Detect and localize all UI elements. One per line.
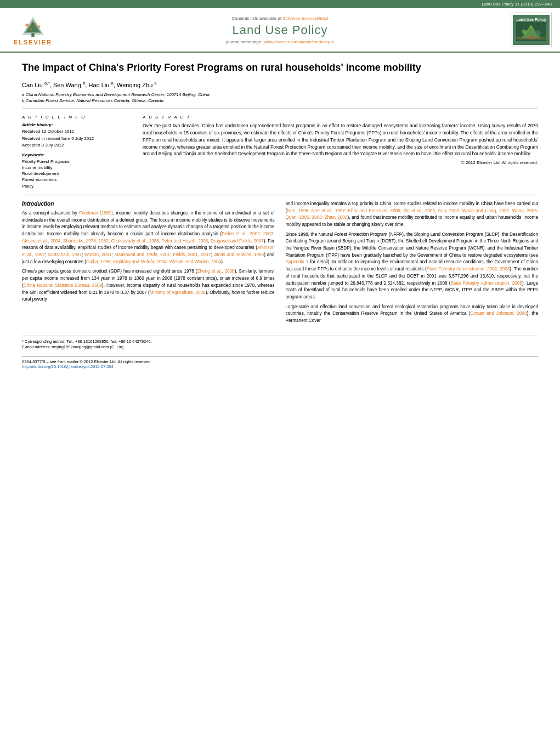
sfa-ref[interactable]: State Forestry Administration, 2002, 200… [427,267,510,271]
right-para2: Since 1998, the Natural Forest Protectio… [286,231,539,301]
svg-rect-14 [516,37,546,39]
article-footer: * Corresponding author. Tel.: +86 131612… [22,336,538,350]
moa-ref[interactable]: Ministry of Agriculture, 2008 [150,290,206,295]
article-info-heading: A R T I C L E I N F O [22,115,132,120]
copyright-line: © 2012 Elsevier Ltd. All rights reserved… [143,160,538,165]
homepage-link[interactable]: www.elsevier.com/locate/landusepol [264,39,334,44]
journal-logo-right: Land Use Policy [511,13,552,47]
sciverse-link[interactable]: SciVerse ScienceDirect [282,16,328,21]
peter-ref[interactable]: Peter and Huynh, 2006 [162,239,208,244]
nee-ref[interactable]: Nee, 1996; Nee et al., 1997; Khor and Pe… [286,208,539,220]
sciverse-line: Contents lists available at SciVerse Sci… [58,16,502,21]
logo-image [516,22,546,41]
right-para1: and income inequality remains a top prio… [286,201,539,229]
intro-heading: Introduction [22,201,275,207]
svg-point-5 [38,25,41,28]
keywords-label: Keywords: [22,152,132,157]
affiliation-b: b Canadian Forest Service, Natural Resou… [22,98,538,103]
appendix1-ref[interactable]: Appendix 1 [286,259,309,264]
wodon-ref[interactable]: Wodon, 2001 [84,252,111,257]
keyword-2: Income mobility [22,165,132,171]
svg-point-12 [522,30,527,34]
journal-title: Land Use Policy [58,23,502,37]
footnote-star: * Corresponding author. Tel.: +86 131612… [22,339,538,345]
gottschalk-ref[interactable]: Gottschalk, 1997 [48,252,82,257]
footer-bar: 0264-8377/$ – see front matter © 2012 El… [22,356,538,369]
intro-para2: China's per capita gross domestic produc… [22,268,275,303]
right-para3: Large-scale and effective land conversio… [286,304,539,325]
keyword-5: Policy [22,183,132,189]
page-wrapper: Land Use Policy 31 (2013) 237–248 ELSEVI… [0,0,560,377]
keyword-1: Priority Forest Programs [22,159,132,165]
jarvis-ref[interactable]: Jarvis and Jenkins, 1998 [213,252,264,257]
authors-line: Can Liu a,*, Sen Wang b, Hao Liu a, Wenq… [22,81,538,88]
elsevier-logo: ELSEVIER [8,14,58,46]
shorrocks-ref[interactable]: Shorrocks, 1978, 1982 [63,239,109,244]
friedman-ref[interactable]: Friedman (1962) [79,211,113,216]
yitzhaki-ref[interactable]: Yitzhaki and Wodon, 2004 [169,259,221,264]
history-label: Article history: [22,122,132,127]
article-title: The impact of China's Priority Forest Pr… [22,61,538,75]
divider-1 [22,109,538,109]
homepage-line: journal homepage: www.elsevier.com/locat… [58,39,502,44]
main-content: The impact of China's Priority Forest Pr… [0,53,560,377]
gaiha-ref[interactable]: Gaiha, 1988 [86,259,111,264]
elsevier-text: ELSEVIER [14,39,52,46]
sfa2008-ref[interactable]: State Forestry Administration, 2008 [450,281,522,286]
footnote-email: E-mail address: beijing1992nanjing@gmail… [22,344,538,350]
maasoumi-ref[interactable]: Maasoumi and Trede, 2001 [115,252,171,257]
chakravarty-ref[interactable]: Chakravarty et al., 1985 [111,239,159,244]
footer-issn: 0264-8377/$ – see front matter © 2012 El… [22,359,152,369]
fields-ref[interactable]: Fields et al., 2002, 2003 [222,231,273,236]
svg-point-13 [535,30,541,36]
journal-citation: Land Use Policy 31 (2013) 237–248 [482,2,552,7]
alesina-ref[interactable]: Alesina et al., 2004 [22,239,60,244]
abstract-col: A B S T R A C T Over the past two decade… [143,115,538,189]
svg-point-4 [26,24,29,26]
body-columns: Introduction As a concept advanced by Fr… [22,201,538,327]
keyword-4: Forest economics [22,177,132,183]
svg-point-6 [30,28,32,30]
journal-logo-box: Land Use Policy [513,15,550,45]
info-abstract-row: A R T I C L E I N F O Article history: R… [22,115,538,189]
fields2-ref[interactable]: Fields, 2001, 2007 [173,252,211,257]
received-date: Received 12 October 2011 [22,128,132,134]
journal-center: Contents lists available at SciVerse Sci… [58,16,502,44]
journal-citation-bar: Land Use Policy 31 (2013) 237–248 [0,0,560,8]
svg-point-7 [35,23,37,25]
body-right-col: and income inequality remains a top prio… [286,201,539,327]
cnbs-ref[interactable]: China National Statistics Bureau, 2009 [24,283,102,288]
intro-para1: As a concept advanced by Friedman (1962)… [22,210,275,266]
kapitan-ref[interactable]: Kapitány and Molnár, 2004 [113,259,166,264]
keyword-3: Rural development [22,171,132,177]
body-left-col: Introduction As a concept advanced by Fr… [22,201,275,327]
article-info-col: A R T I C L E I N F O Article history: R… [22,115,132,189]
accepted-date: Accepted 8 July 2012 [22,142,132,148]
cowan-ref[interactable]: Cowan and Johnson, 2008 [470,311,527,316]
divider-2 [22,195,538,195]
abstract-heading: A B S T R A C T [143,115,538,120]
abstract-text: Over the past two decades, China has und… [143,122,538,157]
footer-doi[interactable]: http://dx.doi.org/10.1016/j.landusepol.2… [22,364,152,369]
affiliation-a: a China National Forestry Economics and … [22,92,538,97]
dragoset-ref[interactable]: Dragoset and Fields, 2007 [211,239,264,244]
logo-text: Land Use Policy [516,17,546,22]
elsevier-tree-icon [16,14,49,39]
journal-header: ELSEVIER Contents lists available at Sci… [0,8,560,53]
zheng-ref[interactable]: Zheng et al., 2008 [197,269,235,274]
revised-date: Received in revised form 6 July 2012 [22,135,132,142]
